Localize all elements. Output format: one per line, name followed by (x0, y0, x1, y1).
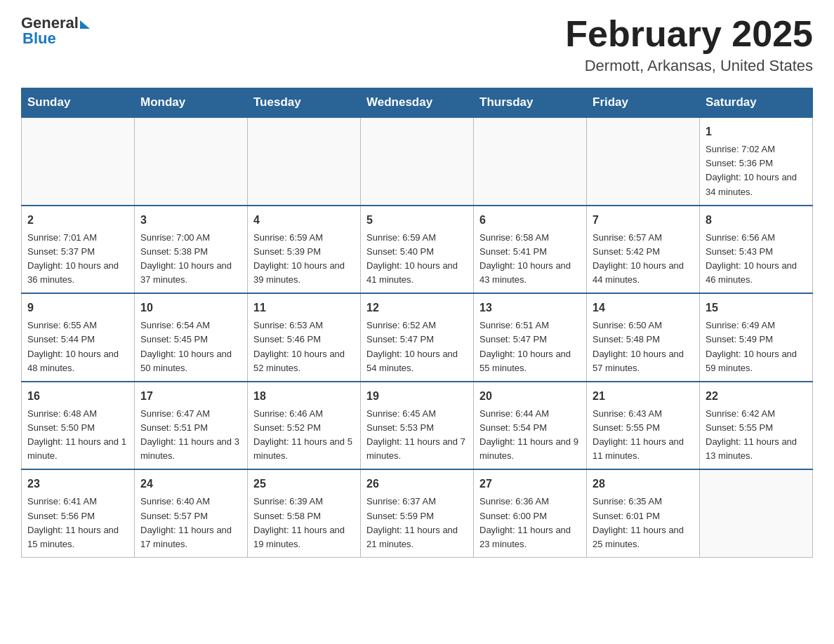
calendar-cell: 18Sunrise: 6:46 AMSunset: 5:52 PMDayligh… (248, 382, 361, 470)
day-number: 8 (706, 212, 807, 229)
calendar-cell: 9Sunrise: 6:55 AMSunset: 5:44 PMDaylight… (22, 293, 135, 382)
day-info: Sunrise: 6:58 AMSunset: 5:41 PMDaylight:… (479, 231, 581, 288)
day-header-friday: Friday (587, 88, 700, 118)
day-info: Sunrise: 6:51 AMSunset: 5:47 PMDaylight:… (479, 318, 581, 375)
calendar-cell: 10Sunrise: 6:54 AMSunset: 5:45 PMDayligh… (135, 293, 248, 382)
day-number: 28 (593, 476, 694, 492)
day-number: 9 (27, 300, 128, 316)
calendar-cell: 21Sunrise: 6:43 AMSunset: 5:55 PMDayligh… (587, 382, 700, 470)
calendar-cell: 2Sunrise: 7:01 AMSunset: 5:37 PMDaylight… (22, 206, 135, 294)
calendar-cell (248, 117, 361, 206)
week-row-4: 16Sunrise: 6:48 AMSunset: 5:50 PMDayligh… (22, 382, 813, 470)
day-number: 25 (253, 476, 355, 492)
calendar-cell: 25Sunrise: 6:39 AMSunset: 5:58 PMDayligh… (248, 469, 361, 557)
day-info: Sunrise: 6:53 AMSunset: 5:46 PMDaylight:… (253, 318, 355, 375)
calendar-cell (474, 117, 587, 206)
day-number: 24 (140, 476, 241, 492)
calendar-cell: 28Sunrise: 6:35 AMSunset: 6:01 PMDayligh… (587, 469, 700, 557)
day-info: Sunrise: 6:47 AMSunset: 5:51 PMDaylight:… (140, 407, 241, 464)
day-header-saturday: Saturday (700, 88, 813, 118)
day-header-wednesday: Wednesday (361, 88, 474, 118)
calendar-header: SundayMondayTuesdayWednesdayThursdayFrid… (22, 88, 813, 118)
calendar-cell: 23Sunrise: 6:41 AMSunset: 5:56 PMDayligh… (22, 469, 135, 557)
day-number: 20 (479, 388, 581, 405)
calendar-cell (700, 469, 813, 557)
day-headers-row: SundayMondayTuesdayWednesdayThursdayFrid… (22, 88, 813, 118)
day-info: Sunrise: 6:55 AMSunset: 5:44 PMDaylight:… (27, 318, 128, 375)
day-info: Sunrise: 6:43 AMSunset: 5:55 PMDaylight:… (593, 407, 694, 464)
day-number: 27 (479, 476, 581, 492)
day-info: Sunrise: 6:57 AMSunset: 5:42 PMDaylight:… (593, 231, 694, 288)
calendar-cell: 8Sunrise: 6:56 AMSunset: 5:43 PMDaylight… (700, 206, 813, 294)
day-info: Sunrise: 6:48 AMSunset: 5:50 PMDaylight:… (27, 407, 128, 464)
day-info: Sunrise: 6:39 AMSunset: 5:58 PMDaylight:… (253, 495, 355, 551)
day-number: 14 (593, 300, 694, 316)
week-row-3: 9Sunrise: 6:55 AMSunset: 5:44 PMDaylight… (22, 293, 813, 382)
calendar-cell (135, 117, 248, 206)
day-number: 26 (366, 476, 468, 492)
calendar-cell (587, 117, 700, 206)
day-number: 1 (706, 123, 807, 140)
day-number: 21 (593, 388, 694, 405)
calendar-cell (22, 117, 135, 206)
day-number: 13 (479, 300, 581, 316)
day-info: Sunrise: 6:46 AMSunset: 5:52 PMDaylight:… (253, 407, 355, 464)
day-number: 11 (253, 300, 355, 316)
day-info: Sunrise: 6:49 AMSunset: 5:49 PMDaylight:… (706, 318, 807, 375)
day-number: 16 (27, 388, 128, 405)
day-info: Sunrise: 7:01 AMSunset: 5:37 PMDaylight:… (27, 231, 128, 288)
calendar-cell: 24Sunrise: 6:40 AMSunset: 5:57 PMDayligh… (135, 469, 248, 557)
day-header-tuesday: Tuesday (248, 88, 361, 118)
day-info: Sunrise: 6:45 AMSunset: 5:53 PMDaylight:… (366, 407, 468, 464)
calendar-cell: 16Sunrise: 6:48 AMSunset: 5:50 PMDayligh… (22, 382, 135, 470)
day-number: 2 (27, 212, 128, 229)
day-number: 12 (366, 300, 468, 316)
day-info: Sunrise: 6:41 AMSunset: 5:56 PMDaylight:… (27, 495, 128, 551)
day-number: 3 (140, 212, 241, 229)
day-info: Sunrise: 6:54 AMSunset: 5:45 PMDaylight:… (140, 318, 241, 375)
day-info: Sunrise: 6:36 AMSunset: 6:00 PMDaylight:… (479, 495, 581, 551)
day-info: Sunrise: 6:59 AMSunset: 5:40 PMDaylight:… (366, 231, 468, 288)
day-info: Sunrise: 7:02 AMSunset: 5:36 PMDaylight:… (706, 142, 807, 199)
day-header-monday: Monday (135, 88, 248, 118)
calendar-cell: 15Sunrise: 6:49 AMSunset: 5:49 PMDayligh… (700, 293, 813, 382)
day-info: Sunrise: 6:35 AMSunset: 6:01 PMDaylight:… (593, 495, 694, 551)
day-number: 23 (27, 476, 128, 492)
calendar-title: February 2025 (565, 14, 813, 54)
calendar-subtitle: Dermott, Arkansas, United States (565, 57, 813, 75)
calendar-cell: 20Sunrise: 6:44 AMSunset: 5:54 PMDayligh… (474, 382, 587, 470)
week-row-1: 1Sunrise: 7:02 AMSunset: 5:36 PMDaylight… (22, 117, 813, 206)
calendar-cell: 12Sunrise: 6:52 AMSunset: 5:47 PMDayligh… (361, 293, 474, 382)
day-number: 15 (706, 300, 807, 316)
title-block: February 2025 Dermott, Arkansas, United … (565, 14, 813, 75)
calendar-cell: 19Sunrise: 6:45 AMSunset: 5:53 PMDayligh… (361, 382, 474, 470)
day-info: Sunrise: 6:56 AMSunset: 5:43 PMDaylight:… (706, 231, 807, 288)
logo: General Blue (21, 14, 90, 48)
day-number: 17 (140, 388, 241, 405)
day-number: 7 (593, 212, 694, 229)
day-info: Sunrise: 6:50 AMSunset: 5:48 PMDaylight:… (593, 318, 694, 375)
week-row-5: 23Sunrise: 6:41 AMSunset: 5:56 PMDayligh… (22, 469, 813, 557)
logo-blue-text: Blue (21, 29, 56, 48)
day-header-sunday: Sunday (22, 88, 135, 118)
day-header-thursday: Thursday (474, 88, 587, 118)
day-info: Sunrise: 6:37 AMSunset: 5:59 PMDaylight:… (366, 495, 468, 551)
day-info: Sunrise: 6:52 AMSunset: 5:47 PMDaylight:… (366, 318, 468, 375)
calendar-cell (361, 117, 474, 206)
calendar-body: 1Sunrise: 7:02 AMSunset: 5:36 PMDaylight… (22, 117, 813, 557)
day-info: Sunrise: 6:42 AMSunset: 5:55 PMDaylight:… (706, 407, 807, 464)
calendar-cell: 14Sunrise: 6:50 AMSunset: 5:48 PMDayligh… (587, 293, 700, 382)
calendar-cell: 1Sunrise: 7:02 AMSunset: 5:36 PMDaylight… (700, 117, 813, 206)
day-info: Sunrise: 6:44 AMSunset: 5:54 PMDaylight:… (479, 407, 581, 464)
day-info: Sunrise: 7:00 AMSunset: 5:38 PMDaylight:… (140, 231, 241, 288)
day-number: 18 (253, 388, 355, 405)
day-info: Sunrise: 6:40 AMSunset: 5:57 PMDaylight:… (140, 495, 241, 551)
day-number: 4 (253, 212, 355, 229)
calendar-cell: 4Sunrise: 6:59 AMSunset: 5:39 PMDaylight… (248, 206, 361, 294)
day-number: 19 (366, 388, 468, 405)
logo-arrow-icon (80, 20, 90, 29)
calendar-cell: 5Sunrise: 6:59 AMSunset: 5:40 PMDaylight… (361, 206, 474, 294)
calendar-cell: 7Sunrise: 6:57 AMSunset: 5:42 PMDaylight… (587, 206, 700, 294)
calendar-cell: 27Sunrise: 6:36 AMSunset: 6:00 PMDayligh… (474, 469, 587, 557)
page-header: General Blue February 2025 Dermott, Arka… (21, 14, 813, 75)
